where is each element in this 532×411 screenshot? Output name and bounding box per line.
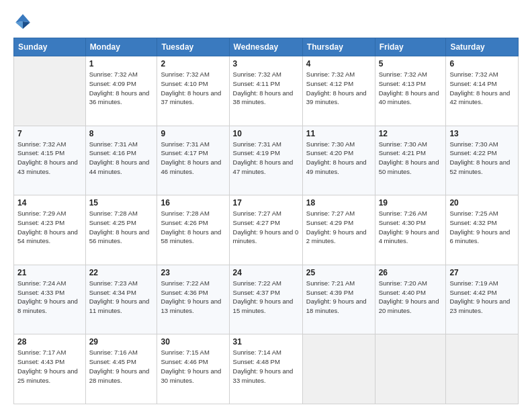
calendar-cell: 15Sunrise: 7:28 AMSunset: 4:25 PMDayligh… [85, 195, 157, 265]
calendar-cell: 16Sunrise: 7:28 AMSunset: 4:26 PMDayligh… [157, 195, 229, 265]
day-detail: Sunrise: 7:30 AMSunset: 4:20 PMDaylight:… [306, 140, 371, 177]
calendar-cell [375, 334, 446, 404]
day-number: 25 [306, 268, 371, 277]
day-detail: Sunrise: 7:22 AMSunset: 4:37 PMDaylight:… [233, 279, 299, 316]
day-number: 17 [233, 198, 299, 208]
calendar-table: SundayMondayTuesdayWednesdayThursdayFrid… [13, 38, 519, 404]
day-detail: Sunrise: 7:31 AMSunset: 4:19 PMDaylight:… [233, 140, 299, 177]
day-number: 6 [449, 59, 515, 68]
calendar-cell: 28Sunrise: 7:17 AMSunset: 4:43 PMDayligh… [14, 334, 86, 404]
day-number: 18 [306, 198, 371, 208]
day-number: 21 [17, 268, 82, 277]
calendar-cell: 23Sunrise: 7:22 AMSunset: 4:36 PMDayligh… [157, 265, 229, 334]
calendar-header-thursday: Thursday [302, 38, 375, 56]
day-number: 22 [89, 268, 154, 277]
svg-marker-2 [15, 21, 23, 29]
day-number: 1 [89, 59, 154, 68]
calendar-cell: 26Sunrise: 7:20 AMSunset: 4:40 PMDayligh… [375, 265, 446, 334]
calendar-header-wednesday: Wednesday [229, 38, 302, 56]
calendar-cell: 18Sunrise: 7:27 AMSunset: 4:29 PMDayligh… [302, 195, 375, 265]
calendar-cell: 12Sunrise: 7:30 AMSunset: 4:21 PMDayligh… [375, 126, 446, 195]
day-detail: Sunrise: 7:27 AMSunset: 4:29 PMDaylight:… [306, 209, 371, 246]
day-detail: Sunrise: 7:21 AMSunset: 4:39 PMDaylight:… [306, 279, 371, 316]
calendar-cell: 2Sunrise: 7:32 AMSunset: 4:10 PMDaylight… [157, 56, 229, 126]
day-number: 11 [306, 129, 371, 138]
calendar-cell: 6Sunrise: 7:32 AMSunset: 4:14 PMDaylight… [446, 56, 519, 126]
day-number: 4 [306, 59, 371, 68]
calendar-cell: 3Sunrise: 7:32 AMSunset: 4:11 PMDaylight… [229, 56, 302, 126]
calendar-cell: 20Sunrise: 7:25 AMSunset: 4:32 PMDayligh… [446, 195, 519, 265]
calendar-header-friday: Friday [375, 38, 446, 56]
logo-icon [13, 12, 32, 31]
calendar-header-saturday: Saturday [446, 38, 519, 56]
day-detail: Sunrise: 7:32 AMSunset: 4:12 PMDaylight:… [306, 70, 371, 107]
day-number: 7 [17, 129, 82, 138]
day-detail: Sunrise: 7:23 AMSunset: 4:34 PMDaylight:… [89, 279, 154, 316]
calendar-header-sunday: Sunday [14, 38, 86, 56]
day-number: 9 [161, 129, 225, 138]
day-detail: Sunrise: 7:20 AMSunset: 4:40 PMDaylight:… [379, 279, 443, 316]
calendar-cell: 7Sunrise: 7:32 AMSunset: 4:15 PMDaylight… [14, 126, 86, 195]
day-detail: Sunrise: 7:27 AMSunset: 4:27 PMDaylight:… [233, 209, 299, 246]
calendar-cell: 24Sunrise: 7:22 AMSunset: 4:37 PMDayligh… [229, 265, 302, 334]
day-number: 20 [449, 198, 515, 208]
day-number: 29 [89, 337, 154, 347]
calendar-cell: 8Sunrise: 7:31 AMSunset: 4:16 PMDaylight… [85, 126, 157, 195]
day-detail: Sunrise: 7:32 AMSunset: 4:09 PMDaylight:… [89, 70, 154, 107]
calendar-cell: 22Sunrise: 7:23 AMSunset: 4:34 PMDayligh… [85, 265, 157, 334]
calendar-cell: 4Sunrise: 7:32 AMSunset: 4:12 PMDaylight… [302, 56, 375, 126]
svg-marker-1 [23, 21, 30, 29]
day-detail: Sunrise: 7:31 AMSunset: 4:17 PMDaylight:… [161, 140, 225, 177]
day-detail: Sunrise: 7:30 AMSunset: 4:21 PMDaylight:… [379, 140, 443, 177]
day-number: 28 [17, 337, 82, 347]
day-number: 31 [233, 337, 299, 347]
day-number: 10 [233, 129, 299, 138]
day-detail: Sunrise: 7:32 AMSunset: 4:10 PMDaylight:… [161, 70, 225, 107]
day-detail: Sunrise: 7:32 AMSunset: 4:14 PMDaylight:… [449, 70, 515, 107]
day-number: 3 [233, 59, 299, 68]
day-number: 16 [161, 198, 225, 208]
calendar-cell: 30Sunrise: 7:15 AMSunset: 4:46 PMDayligh… [157, 334, 229, 404]
day-number: 15 [89, 198, 154, 208]
day-number: 8 [89, 129, 154, 138]
day-detail: Sunrise: 7:28 AMSunset: 4:26 PMDaylight:… [161, 209, 225, 246]
day-detail: Sunrise: 7:17 AMSunset: 4:43 PMDaylight:… [17, 348, 82, 385]
day-detail: Sunrise: 7:19 AMSunset: 4:42 PMDaylight:… [449, 279, 515, 316]
day-detail: Sunrise: 7:16 AMSunset: 4:45 PMDaylight:… [89, 348, 154, 385]
calendar-cell [302, 334, 375, 404]
day-detail: Sunrise: 7:30 AMSunset: 4:22 PMDaylight:… [449, 140, 515, 177]
day-number: 23 [161, 268, 225, 277]
day-detail: Sunrise: 7:25 AMSunset: 4:32 PMDaylight:… [449, 209, 515, 246]
calendar-cell: 19Sunrise: 7:26 AMSunset: 4:30 PMDayligh… [375, 195, 446, 265]
svg-marker-0 [15, 14, 30, 22]
calendar-cell [446, 334, 519, 404]
calendar-week-row: 28Sunrise: 7:17 AMSunset: 4:43 PMDayligh… [14, 334, 519, 404]
day-detail: Sunrise: 7:14 AMSunset: 4:48 PMDaylight:… [233, 348, 299, 385]
calendar-week-row: 21Sunrise: 7:24 AMSunset: 4:33 PMDayligh… [14, 265, 519, 334]
calendar-week-row: 1Sunrise: 7:32 AMSunset: 4:09 PMDaylight… [14, 56, 519, 126]
calendar-cell: 17Sunrise: 7:27 AMSunset: 4:27 PMDayligh… [229, 195, 302, 265]
day-detail: Sunrise: 7:29 AMSunset: 4:23 PMDaylight:… [17, 209, 82, 246]
day-detail: Sunrise: 7:24 AMSunset: 4:33 PMDaylight:… [17, 279, 82, 316]
calendar-cell: 5Sunrise: 7:32 AMSunset: 4:13 PMDaylight… [375, 56, 446, 126]
calendar-week-row: 7Sunrise: 7:32 AMSunset: 4:15 PMDaylight… [14, 126, 519, 195]
calendar-week-row: 14Sunrise: 7:29 AMSunset: 4:23 PMDayligh… [14, 195, 519, 265]
day-detail: Sunrise: 7:31 AMSunset: 4:16 PMDaylight:… [89, 140, 154, 177]
calendar-header-row: SundayMondayTuesdayWednesdayThursdayFrid… [14, 38, 519, 56]
day-detail: Sunrise: 7:32 AMSunset: 4:15 PMDaylight:… [17, 140, 82, 177]
calendar-cell: 1Sunrise: 7:32 AMSunset: 4:09 PMDaylight… [85, 56, 157, 126]
day-number: 14 [17, 198, 82, 208]
calendar-cell: 9Sunrise: 7:31 AMSunset: 4:17 PMDaylight… [157, 126, 229, 195]
calendar-header-monday: Monday [85, 38, 157, 56]
logo [13, 12, 35, 31]
day-number: 27 [449, 268, 515, 277]
day-number: 13 [449, 129, 515, 138]
day-detail: Sunrise: 7:32 AMSunset: 4:13 PMDaylight:… [379, 70, 443, 107]
day-number: 19 [379, 198, 443, 208]
day-detail: Sunrise: 7:22 AMSunset: 4:36 PMDaylight:… [161, 279, 225, 316]
calendar-cell: 29Sunrise: 7:16 AMSunset: 4:45 PMDayligh… [85, 334, 157, 404]
calendar-cell: 25Sunrise: 7:21 AMSunset: 4:39 PMDayligh… [302, 265, 375, 334]
calendar-cell: 21Sunrise: 7:24 AMSunset: 4:33 PMDayligh… [14, 265, 86, 334]
page: SundayMondayTuesdayWednesdayThursdayFrid… [0, 0, 532, 411]
calendar-cell: 31Sunrise: 7:14 AMSunset: 4:48 PMDayligh… [229, 334, 302, 404]
